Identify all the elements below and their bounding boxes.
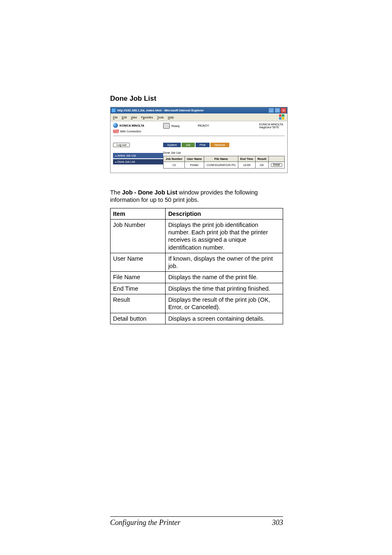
minimize-button[interactable]: _ xyxy=(268,108,274,113)
info-row: File NameDisplays the name of the print … xyxy=(111,272,283,283)
info-desc: Displays a screen containing details. xyxy=(166,313,283,324)
logout-button[interactable]: Log out xyxy=(113,143,130,147)
panel-title: Done Job List xyxy=(163,151,285,154)
device-line1: KONICA MINOLTA xyxy=(259,123,283,126)
info-desc: Displays the time that printing finished… xyxy=(166,283,283,294)
info-row: End TimeDisplays the time that printing … xyxy=(111,283,283,294)
printer-icon xyxy=(163,123,170,129)
ie-titlebar: http://192.168.1.2/a_index.html - Micros… xyxy=(111,107,287,113)
info-head-item: Item xyxy=(111,208,166,219)
info-head-desc: Description xyxy=(166,208,283,219)
cell-result: OK xyxy=(256,162,269,169)
cell-user-name: Printer xyxy=(184,162,204,169)
sidebar-item-done-job-list[interactable]: Done Job List xyxy=(113,159,163,164)
info-row: Job NumberDisplays the print job identif… xyxy=(111,219,283,253)
body-paragraph: The Job - Done Job List window provides … xyxy=(110,189,283,204)
device-line2: magicolor 5670 xyxy=(259,126,283,129)
info-desc: Displays the print job identification nu… xyxy=(166,219,283,253)
info-item: End Time xyxy=(111,283,166,294)
info-row: ResultDisplays the result of the print j… xyxy=(111,294,283,313)
col-user-name: User Name xyxy=(184,156,204,162)
detail-button[interactable]: Detail xyxy=(271,163,283,167)
cell-file-name: CONFIGURATION PG xyxy=(204,162,238,169)
done-job-table: Job Number User Name File Name End Time … xyxy=(163,156,285,169)
menu-help[interactable]: Help xyxy=(168,116,174,119)
section-heading: Done Job List xyxy=(110,95,283,103)
close-button[interactable]: × xyxy=(281,108,286,113)
ie-menubar: File Edit View Favorites Tools Help xyxy=(111,113,287,121)
pagescope-badge-icon: PAGE SCOPE xyxy=(113,130,119,133)
menu-view[interactable]: View xyxy=(131,116,137,119)
info-item: Detail button xyxy=(111,313,166,324)
info-row: User NameIf known, displays the owner of… xyxy=(111,253,283,272)
menu-file[interactable]: File xyxy=(113,116,118,119)
col-end-time: End Time xyxy=(238,156,256,162)
windows-flag-icon xyxy=(279,114,285,120)
menu-edit[interactable]: Edit xyxy=(122,116,127,119)
maximize-button[interactable]: □ xyxy=(274,108,280,113)
info-item: Result xyxy=(111,294,166,313)
info-item: Job Number xyxy=(111,219,166,253)
cell-end-time: 16:09 xyxy=(238,162,256,169)
info-desc: Displays the result of the print job (OK… xyxy=(166,294,283,313)
sidebar-item-active-job-list[interactable]: Active Job List xyxy=(113,153,163,158)
ie-window: http://192.168.1.2/a_index.html - Micros… xyxy=(110,107,288,173)
info-row: Detail buttonDisplays a screen containin… xyxy=(111,313,283,324)
page-number: 303 xyxy=(272,518,283,527)
table-row: 13 Printer CONFIGURATION PG 16:09 OK Det… xyxy=(164,162,285,169)
menu-tools[interactable]: Tools xyxy=(157,116,164,119)
info-table: Item Description Job NumberDisplays the … xyxy=(110,208,283,324)
tab-network[interactable]: Network xyxy=(210,143,229,147)
ready-label: Ready xyxy=(171,125,180,127)
info-desc: If known, displays the owner of the prin… xyxy=(166,253,283,272)
webconnection-label: Web Connection xyxy=(120,130,141,133)
col-file-name: File Name xyxy=(204,156,238,162)
status-text: READY xyxy=(198,124,209,127)
info-desc: Displays the name of the print file. xyxy=(166,272,283,283)
brand-text: KONICA MINOLTA xyxy=(120,124,144,127)
page-footer: Configuring the Printer 303 xyxy=(110,516,283,527)
menu-fav[interactable]: Favorites xyxy=(141,116,153,119)
info-item: User Name xyxy=(111,253,166,272)
ie-title-text: http://192.168.1.2/a_index.html - Micros… xyxy=(117,109,204,112)
km-globe-icon xyxy=(113,123,118,128)
footer-title: Configuring the Printer xyxy=(110,518,180,527)
cell-job-number: 13 xyxy=(164,162,185,169)
tab-job[interactable]: Job xyxy=(182,143,194,147)
tab-print[interactable]: Print xyxy=(196,143,210,147)
ie-content: KONICA MINOLTA PAGE SCOPE Web Connection… xyxy=(111,121,287,173)
info-item: File Name xyxy=(111,272,166,283)
ie-app-icon xyxy=(111,108,116,113)
tab-system[interactable]: System xyxy=(163,143,181,147)
col-result: Result xyxy=(256,156,269,162)
col-job-number: Job Number xyxy=(164,156,185,162)
